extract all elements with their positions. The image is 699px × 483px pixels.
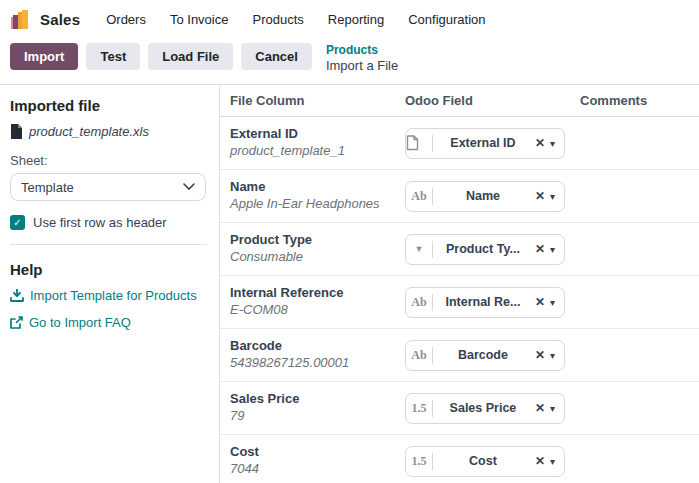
top-nav: Sales Orders To Invoice Products Reporti…	[0, 0, 699, 38]
odoo-field-widget[interactable]: External ID ✕ ▾	[405, 128, 565, 159]
sheet-select[interactable]: Template	[10, 173, 206, 201]
breadcrumb: Products Import a File	[326, 43, 398, 74]
clear-field-icon[interactable]: ✕	[535, 242, 545, 256]
control-panel: Import Test Load File Cancel Products Im…	[0, 38, 699, 85]
clear-field-icon[interactable]: ✕	[535, 189, 545, 203]
file-column-cell: Cost 7044	[230, 444, 405, 478]
dropdown-caret-icon[interactable]: ▾	[550, 350, 555, 361]
file-icon	[10, 124, 22, 139]
odoo-field-label: Internal Re...	[433, 295, 533, 309]
dropdown-caret-icon[interactable]: ▾	[550, 138, 555, 149]
odoo-field-cell: Ab Name ✕ ▾	[405, 181, 580, 212]
table-row: Barcode 54398267125.00001 Ab Barcode ✕ ▾	[220, 329, 699, 382]
file-column-sample-value: E-COM08	[230, 302, 405, 319]
first-row-checkbox[interactable]: ✓	[10, 215, 25, 230]
odoo-field-label: Name	[433, 189, 533, 203]
app-name: Sales	[40, 11, 80, 28]
import-template-link[interactable]: Import Template for Products	[10, 288, 207, 303]
table-row: Sales Price 79 1.5 Sales Price ✕ ▾	[220, 382, 699, 435]
odoo-field-widget[interactable]: 1.5 Cost ✕ ▾	[405, 446, 565, 477]
test-button[interactable]: Test	[86, 43, 140, 70]
import-sidebar: Imported file product_template.xls Sheet…	[0, 85, 220, 483]
odoo-field-widget[interactable]: Ab Internal Re... ✕ ▾	[405, 287, 565, 318]
file-column-sample-value: Consumable	[230, 249, 405, 266]
nav-item-products[interactable]: Products	[252, 12, 303, 27]
mapping-table: File Column Odoo Field Comments External…	[220, 85, 699, 483]
first-row-header-option[interactable]: ✓ Use first row as header	[10, 215, 207, 230]
dropdown-caret-icon[interactable]: ▾	[550, 297, 555, 308]
file-column-label: Barcode	[230, 338, 405, 355]
first-row-checkbox-label: Use first row as header	[33, 215, 167, 230]
table-row: Name Apple In-Ear Headphones Ab Name ✕ ▾	[220, 170, 699, 223]
cancel-button[interactable]: Cancel	[241, 43, 312, 70]
header-odoo-field: Odoo Field	[405, 93, 580, 108]
breadcrumb-current: Import a File	[326, 58, 398, 74]
dropdown-caret-icon[interactable]: ▾	[550, 244, 555, 255]
odoo-field-widget[interactable]: Ab Name ✕ ▾	[405, 181, 565, 212]
odoo-field-label: Product Ty...	[433, 242, 533, 256]
odoo-field-label: Sales Price	[433, 401, 533, 415]
clear-field-icon[interactable]: ✕	[535, 136, 545, 150]
breadcrumb-products-link[interactable]: Products	[326, 43, 398, 58]
text-icon: Ab	[406, 348, 432, 363]
nav-menu: Orders To Invoice Products Reporting Con…	[106, 12, 485, 27]
sidebar-divider	[10, 244, 207, 245]
header-file-column: File Column	[230, 93, 405, 108]
file-column-cell: Internal Reference E-COM08	[230, 285, 405, 319]
odoo-field-cell: 1.5 Sales Price ✕ ▾	[405, 393, 580, 424]
table-row: Cost 7044 1.5 Cost ✕ ▾	[220, 435, 699, 483]
file-column-cell: Name Apple In-Ear Headphones	[230, 179, 405, 213]
import-template-link-label: Import Template for Products	[30, 288, 197, 303]
odoo-field-widget[interactable]: Ab Barcode ✕ ▾	[405, 340, 565, 371]
imported-file-heading: Imported file	[10, 97, 207, 114]
file-column-sample-value: Apple In-Ear Headphones	[230, 196, 405, 213]
button-group: Import Test Load File Cancel	[10, 43, 312, 70]
file-column-label: Name	[230, 179, 405, 196]
nav-item-configuration[interactable]: Configuration	[408, 12, 485, 27]
odoo-field-cell: Ab Barcode ✕ ▾	[405, 340, 580, 371]
odoo-field-widget[interactable]: ▼ Product Ty... ✕ ▾	[405, 234, 565, 265]
table-row: External ID product_template_1 External …	[220, 117, 699, 170]
file-column-cell: Sales Price 79	[230, 391, 405, 425]
clear-field-icon[interactable]: ✕	[535, 401, 545, 415]
file-column-label: Cost	[230, 444, 405, 461]
imported-file-row: product_template.xls	[10, 124, 207, 139]
file-icon	[406, 135, 432, 151]
odoo-field-widget[interactable]: 1.5 Sales Price ✕ ▾	[405, 393, 565, 424]
clear-field-icon[interactable]: ✕	[535, 454, 545, 468]
file-column-sample-value: 7044	[230, 461, 405, 478]
file-column-sample-value: product_template_1	[230, 143, 405, 160]
nav-item-reporting[interactable]: Reporting	[328, 12, 384, 27]
imported-file-name: product_template.xls	[29, 124, 149, 139]
table-header-row: File Column Odoo Field Comments	[220, 85, 699, 117]
text-icon: Ab	[406, 189, 432, 204]
number-icon: 1.5	[406, 454, 432, 469]
download-icon	[10, 289, 24, 302]
dropdown-caret-icon[interactable]: ▾	[550, 403, 555, 414]
app-brand[interactable]: Sales	[10, 9, 80, 30]
dropdown-caret-icon[interactable]: ▾	[550, 456, 555, 467]
dropdown-caret-icon[interactable]: ▾	[550, 191, 555, 202]
load-file-button[interactable]: Load File	[148, 43, 233, 70]
odoo-field-cell: Ab Internal Re... ✕ ▾	[405, 287, 580, 318]
nav-item-to-invoice[interactable]: To Invoice	[170, 12, 229, 27]
clear-field-icon[interactable]: ✕	[535, 348, 545, 362]
chevron-down-icon	[183, 183, 195, 191]
odoo-field-label: External ID	[433, 136, 533, 150]
file-column-label: External ID	[230, 126, 405, 143]
table-body: External ID product_template_1 External …	[220, 117, 699, 483]
odoo-field-cell: 1.5 Cost ✕ ▾	[405, 446, 580, 477]
nav-item-orders[interactable]: Orders	[106, 12, 146, 27]
file-column-label: Product Type	[230, 232, 405, 249]
clear-field-icon[interactable]: ✕	[535, 295, 545, 309]
number-icon: 1.5	[406, 401, 432, 416]
table-row: Product Type Consumable ▼ Product Ty... …	[220, 223, 699, 276]
import-button[interactable]: Import	[10, 43, 78, 70]
file-column-sample-value: 54398267125.00001	[230, 355, 405, 372]
sheet-selected-value: Template	[21, 180, 74, 195]
text-icon: Ab	[406, 295, 432, 310]
odoo-field-cell: External ID ✕ ▾	[405, 128, 580, 159]
external-link-icon	[10, 316, 23, 329]
import-faq-link[interactable]: Go to Import FAQ	[10, 315, 207, 330]
sheet-label: Sheet:	[10, 153, 207, 168]
